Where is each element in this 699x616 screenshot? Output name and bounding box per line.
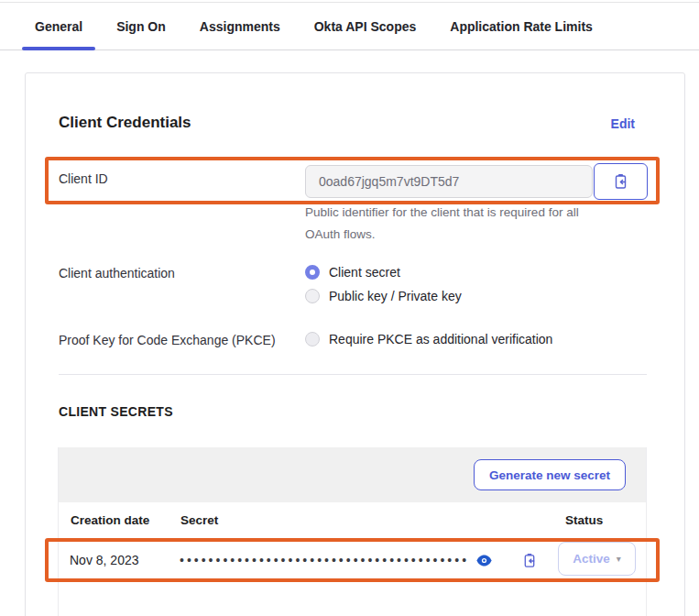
edit-link[interactable]: Edit (611, 116, 635, 131)
radio-client-secret[interactable]: Client secret (305, 260, 607, 284)
client-secrets-table: Generate new secret Creation date Secret… (58, 447, 647, 616)
tab-application-rate-limits[interactable]: Application Rate Limits (437, 3, 606, 50)
status-badge: Active (573, 552, 610, 566)
pkce-label: Proof Key for Code Exchange (PKCE) (59, 331, 276, 349)
client-id-label: Client ID (59, 170, 108, 188)
pkce-option: Require PKCE as additional verification (305, 327, 607, 351)
radio-public-private-key[interactable]: Public key / Private key (305, 284, 607, 308)
app-tabs: General Sign On Assignments Okta API Sco… (0, 3, 699, 50)
column-header-creation-date: Creation date (71, 513, 149, 527)
chevron-down-icon: ▾ (617, 555, 621, 564)
reveal-secret-button[interactable] (473, 549, 495, 571)
column-header-secret: Secret (180, 513, 218, 527)
tab-assignments[interactable]: Assignments (187, 3, 293, 50)
eye-icon (476, 555, 492, 566)
radio-unselected-icon[interactable] (305, 289, 320, 303)
tab-sign-on[interactable]: Sign On (104, 3, 179, 50)
secret-status-dropdown[interactable]: Active ▾ (558, 542, 636, 576)
clipboard-copy-icon (613, 173, 628, 190)
client-credentials-title: Client Credentials (59, 114, 191, 132)
radio-client-secret-label: Client secret (329, 265, 400, 280)
table-header-row: Creation date Secret Status (59, 502, 646, 539)
tab-okta-api-scopes[interactable]: Okta API Scopes (301, 3, 430, 50)
client-authentication-options: Client secret Public key / Private key (305, 260, 607, 308)
secret-creation-date: Nov 8, 2023 (70, 551, 139, 569)
generate-new-secret-button[interactable]: Generate new secret (474, 459, 626, 490)
copy-secret-button[interactable] (519, 549, 541, 571)
copy-client-id-button[interactable] (594, 163, 648, 200)
client-credentials-card: Client Credentials Edit Client ID 0oad67… (25, 72, 685, 616)
radio-public-private-key-label: Public key / Private key (329, 289, 462, 303)
section-divider (59, 374, 647, 375)
tab-general[interactable]: General (22, 3, 95, 50)
client-authentication-label: Client authentication (59, 264, 175, 282)
checkbox-unchecked-icon[interactable] (305, 332, 320, 346)
radio-selected-icon[interactable] (305, 265, 320, 280)
table-toolbar: Generate new secret (59, 447, 646, 502)
masked-secret-value: •••••••••••••••••••••••••••••••••••••••• (180, 550, 496, 570)
client-id-value-field[interactable]: 0oad67jgq5m7vt9DT5d7 (305, 165, 593, 198)
clipboard-copy-icon (522, 553, 537, 568)
client-id-help-text: Public identifier for the client that is… (305, 202, 607, 246)
column-header-status: Status (565, 513, 603, 527)
require-pkce-label: Require PKCE as additional verification (329, 332, 552, 346)
checkbox-require-pkce[interactable]: Require PKCE as additional verification (305, 327, 607, 351)
client-secrets-title: CLIENT SECRETS (59, 404, 173, 419)
